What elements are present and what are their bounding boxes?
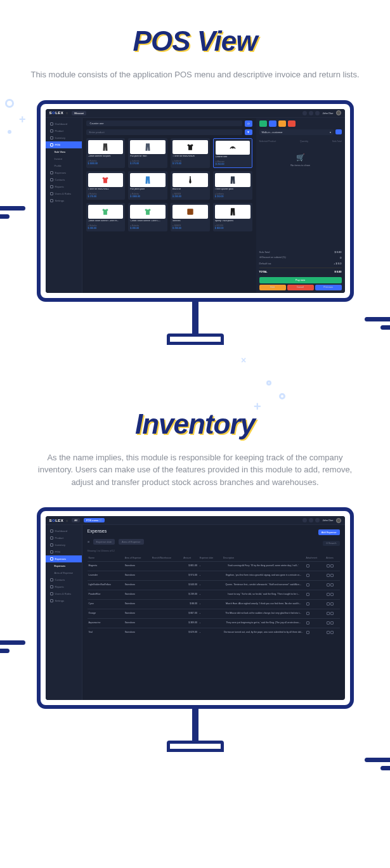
attachment-icon[interactable]: [306, 583, 309, 586]
product-card[interactable]: Black tie● N40033$ 200.00: [171, 171, 210, 200]
edit-icon[interactable]: [327, 602, 330, 606]
sidebar-item[interactable]: Users & Roles: [46, 590, 82, 597]
product-card[interactable]: Full pant for man● Iweberto$ 170.00: [128, 138, 167, 168]
edit-icon[interactable]: [327, 612, 330, 615]
edit-icon[interactable]: [327, 621, 330, 625]
sidebar-item[interactable]: Settings: [46, 597, 82, 604]
print-btn[interactable]: Print now: [315, 285, 342, 290]
sidebar-item[interactable]: Area of Expense: [46, 569, 82, 576]
product-price: $ 170.00: [172, 162, 208, 165]
all-dropdown[interactable]: All: [72, 518, 79, 522]
sidebar-label: Reports: [55, 585, 64, 588]
product-card[interactable]: Full jeans pant● Rubinho$ 1300.00: [128, 171, 167, 200]
sidebar-label: POS: [55, 143, 60, 146]
product-card[interactable]: T Shirt for man-Red-m● Iweberto$ 170.00: [171, 138, 210, 168]
product-card[interactable]: Sporty Track pants● N21570$ 300.00: [213, 203, 252, 231]
sidebar-item[interactable]: Expenses: [46, 555, 82, 562]
sidebar-item[interactable]: Expenses: [46, 562, 82, 569]
sidebar-item[interactable]: Users & Roles: [46, 190, 82, 197]
attachment-icon[interactable]: [306, 631, 309, 634]
filter-btn[interactable]: ▼: [245, 129, 252, 135]
topbar-icon[interactable]: [309, 111, 313, 115]
add-customer-btn[interactable]: [335, 129, 342, 134]
attachment-icon[interactable]: [306, 612, 309, 615]
attachment-icon[interactable]: [306, 564, 309, 567]
sidebar-item[interactable]: Contacts: [46, 176, 82, 183]
notification-icon[interactable]: [315, 518, 320, 522]
notification-icon[interactable]: [315, 111, 320, 115]
product-card[interactable]: Cotton Short Sleeve T-shirt m...● Rubinh…: [86, 203, 126, 231]
attachment-icon[interactable]: [306, 621, 309, 625]
product-card[interactable]: Cotton Short Sleeve T-shirt L...● Rubinh…: [128, 203, 167, 231]
topbar-icon[interactable]: [309, 518, 313, 522]
sidebar-item[interactable]: Contacts: [46, 576, 82, 583]
product-card[interactable]: Three quarter pant● Iweberto$ 250.00: [213, 171, 252, 200]
product-card[interactable]: Leather belt● Manzoni$ 250.00: [213, 138, 252, 168]
cart-action-icon[interactable]: [288, 120, 296, 127]
tab[interactable]: Area of Expense: [119, 539, 144, 545]
sidebar-item[interactable]: Profile: [46, 162, 82, 169]
counter-action-btn[interactable]: ⟳: [245, 120, 252, 127]
add-expense-btn[interactable]: Add Expense: [318, 529, 340, 535]
cart-action-icon[interactable]: [278, 120, 286, 127]
attachment-icon[interactable]: [306, 602, 309, 606]
user-name[interactable]: John Doe: [322, 112, 333, 115]
sidebar-item[interactable]: Product: [46, 127, 82, 134]
sidebar-label: Inventory: [55, 136, 65, 139]
delete-icon[interactable]: [330, 564, 334, 567]
edit-icon[interactable]: [327, 631, 330, 634]
cart-action-icon[interactable]: [259, 120, 267, 127]
pay-now-btn[interactable]: Pay now: [259, 277, 342, 283]
delete-icon[interactable]: [330, 574, 334, 577]
delete-icon[interactable]: [330, 631, 334, 634]
product-search-input[interactable]: Enter product: [86, 129, 242, 135]
edit-icon[interactable]: [327, 564, 330, 567]
avatar[interactable]: [336, 110, 341, 115]
sidebar-item[interactable]: POS: [46, 141, 82, 148]
delete-icon[interactable]: [330, 612, 334, 615]
sidebar-item[interactable]: Dashboard: [46, 528, 82, 534]
sidebar-item[interactable]: Inventory: [46, 541, 82, 548]
attachment-icon[interactable]: [306, 574, 309, 577]
sidebar-item[interactable]: Reports: [46, 183, 82, 190]
edit-icon[interactable]: [327, 583, 330, 586]
topbar-icon[interactable]: [302, 518, 307, 522]
product-name: T Shirt for man-Red-m: [172, 155, 208, 160]
branch-dropdown[interactable]: Missouri: [72, 111, 86, 115]
user-name[interactable]: John Doe: [322, 519, 333, 522]
hold-btn[interactable]: Hold: [259, 285, 286, 290]
pos-menu-btn[interactable]: POS menu 🛒: [84, 518, 105, 522]
sidebar-item[interactable]: Inventory: [46, 134, 82, 141]
sidebar-item[interactable]: Expenses: [46, 169, 82, 176]
sidebar-item[interactable]: Sale View: [46, 148, 82, 155]
cell-branch: [151, 628, 182, 638]
search-input[interactable]: ⊙ Search: [323, 541, 340, 546]
cell-actions: [325, 619, 339, 628]
cart-action-icon[interactable]: [269, 120, 276, 127]
nav-icon: [50, 199, 53, 202]
tab[interactable]: Expense date: [93, 539, 115, 545]
customer-select[interactable]: Walk-in - customer▾: [259, 129, 334, 135]
delete-icon[interactable]: [330, 583, 334, 586]
sidebar-item[interactable]: Reports: [46, 583, 82, 590]
avatar[interactable]: [336, 518, 341, 523]
sidebar-item[interactable]: Invoice: [46, 155, 82, 162]
attachment-icon[interactable]: [306, 593, 309, 596]
sidebar-item[interactable]: Product: [46, 534, 82, 541]
product-card[interactable]: T shirt for man-Red-L● Rubinho$ 170.00: [86, 171, 126, 200]
product-card[interactable]: Cotton women full pant● Rubinho$ 1000.00: [86, 138, 126, 168]
counter-select[interactable]: Counter one: [86, 120, 242, 126]
cancel-btn[interactable]: Cancel: [287, 285, 314, 290]
product-card[interactable]: Sleeves● N08878$ 200.00: [171, 203, 210, 231]
edit-icon[interactable]: [327, 593, 330, 596]
delete-icon[interactable]: [330, 593, 334, 596]
sidebar-item[interactable]: Dashboard: [46, 120, 82, 127]
sidebar-item[interactable]: Settings: [46, 197, 82, 204]
delete-icon[interactable]: [330, 602, 334, 606]
topbar-icon[interactable]: [302, 111, 307, 115]
delete-icon[interactable]: [330, 621, 334, 625]
section-desc: As the name implies, this module is resp…: [30, 451, 360, 489]
sidebar-item[interactable]: POS: [46, 548, 82, 555]
edit-icon[interactable]: [327, 574, 330, 577]
sidebar-label: Reports: [55, 185, 64, 188]
